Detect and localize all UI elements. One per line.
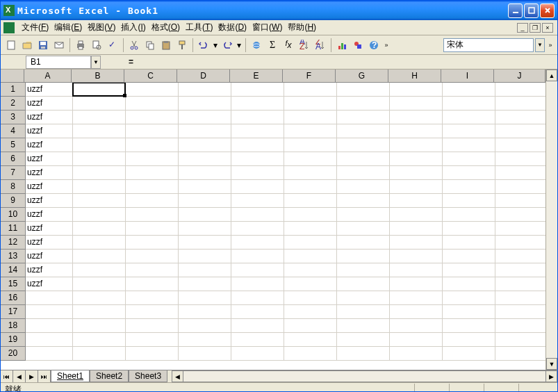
sheet-tab-sheet1[interactable]: Sheet1 (51, 370, 90, 382)
column-header-F[interactable]: F (283, 70, 336, 83)
row-header-14[interactable]: 14 (1, 263, 26, 277)
cell-G5[interactable] (337, 138, 390, 152)
cell-D1[interactable] (179, 83, 231, 97)
close-button[interactable] (540, 3, 555, 18)
cell-A15[interactable]: uzzf (26, 277, 73, 291)
cell-D17[interactable] (179, 305, 231, 319)
cell-D10[interactable] (179, 208, 231, 222)
cell-D11[interactable] (179, 222, 231, 236)
cell-A6[interactable]: uzzf (26, 152, 73, 166)
cell-D15[interactable] (179, 277, 231, 291)
cell-H17[interactable] (390, 305, 443, 319)
horizontal-scrollbar[interactable] (183, 370, 545, 382)
mdi-close-button[interactable]: × (542, 23, 553, 33)
row-header-11[interactable]: 11 (1, 222, 26, 236)
column-header-C[interactable]: C (124, 70, 177, 83)
cell-F20[interactable] (284, 347, 337, 361)
cell-E5[interactable] (231, 138, 284, 152)
new-button[interactable] (3, 38, 19, 53)
cell-F17[interactable] (284, 305, 337, 319)
mdi-minimize-button[interactable]: _ (517, 23, 528, 33)
cell-D4[interactable] (179, 124, 231, 138)
cell-J2[interactable] (495, 97, 545, 111)
cell-A4[interactable]: uzzf (26, 124, 73, 138)
cell-C4[interactable] (126, 124, 179, 138)
cell-C16[interactable] (126, 291, 179, 305)
cut-button[interactable] (126, 38, 142, 53)
cell-E16[interactable] (231, 291, 284, 305)
cell-C14[interactable] (126, 263, 179, 277)
cell-I17[interactable] (443, 305, 495, 319)
menu-d[interactable]: 数据(D) (215, 20, 249, 35)
cell-J9[interactable] (495, 194, 545, 208)
menu-o[interactable]: 格式(O) (149, 20, 183, 35)
cell-A3[interactable]: uzzf (26, 111, 73, 124)
tab-nav-last[interactable]: ⏭ (38, 370, 51, 382)
cell-D19[interactable] (179, 333, 231, 347)
cell-F7[interactable] (284, 166, 337, 180)
cell-G14[interactable] (337, 263, 390, 277)
cell-H11[interactable] (390, 222, 443, 236)
cell-F1[interactable] (284, 83, 337, 97)
maximize-button[interactable] (524, 3, 539, 18)
cell-A13[interactable]: uzzf (26, 250, 73, 263)
cell-F4[interactable] (284, 124, 337, 138)
cell-D12[interactable] (179, 236, 231, 250)
cell-B15[interactable] (73, 277, 126, 291)
row-header-1[interactable]: 1 (1, 83, 26, 97)
cell-E6[interactable] (231, 152, 284, 166)
cell-A14[interactable]: uzzf (26, 263, 73, 277)
drawing-button[interactable] (350, 38, 366, 53)
cell-A12[interactable]: uzzf (26, 236, 73, 250)
tab-nav-prev[interactable]: ◀ (13, 370, 26, 382)
undo-dropdown[interactable]: ▾ (212, 38, 219, 53)
cell-G10[interactable] (337, 208, 390, 222)
row-header-13[interactable]: 13 (1, 250, 26, 263)
cell-F8[interactable] (284, 180, 337, 194)
cell-B2[interactable] (73, 97, 126, 111)
cell-C12[interactable] (126, 236, 179, 250)
row-header-17[interactable]: 17 (1, 305, 26, 319)
cell-H15[interactable] (390, 277, 443, 291)
cell-E17[interactable] (231, 305, 284, 319)
cell-G8[interactable] (337, 180, 390, 194)
cell-E12[interactable] (231, 236, 284, 250)
cell-I9[interactable] (443, 194, 495, 208)
cell-E19[interactable] (231, 333, 284, 347)
column-header-J[interactable]: J (494, 70, 545, 83)
cell-G4[interactable] (337, 124, 390, 138)
name-box[interactable]: B1 (26, 56, 91, 69)
cell-E18[interactable] (231, 319, 284, 333)
cell-D3[interactable] (179, 111, 231, 124)
cell-C8[interactable] (126, 180, 179, 194)
row-header-3[interactable]: 3 (1, 111, 26, 124)
cell-J18[interactable] (495, 319, 545, 333)
cell-H1[interactable] (390, 83, 443, 97)
cell-C1[interactable] (126, 83, 179, 97)
scroll-down-button[interactable]: ▼ (546, 358, 557, 370)
cell-I10[interactable] (443, 208, 495, 222)
undo-button[interactable] (196, 38, 211, 53)
cell-D8[interactable] (179, 180, 231, 194)
column-header-I[interactable]: I (441, 70, 494, 83)
menu-t[interactable]: 工具(T) (183, 20, 215, 35)
cell-I19[interactable] (443, 333, 495, 347)
print-button[interactable] (73, 38, 88, 53)
cell-I20[interactable] (443, 347, 495, 361)
cell-B10[interactable] (73, 208, 126, 222)
formatting-options[interactable]: » (546, 38, 555, 53)
column-header-B[interactable]: B (72, 70, 124, 83)
cell-G2[interactable] (337, 97, 390, 111)
column-header-G[interactable]: G (336, 70, 388, 83)
cell-J11[interactable] (495, 222, 545, 236)
hyperlink-button[interactable] (249, 38, 264, 53)
cell-B11[interactable] (73, 222, 126, 236)
cell-H19[interactable] (390, 333, 443, 347)
cell-D16[interactable] (179, 291, 231, 305)
cell-H9[interactable] (390, 194, 443, 208)
cell-J1[interactable] (495, 83, 545, 97)
tab-nav-first[interactable]: ⏮ (1, 370, 13, 382)
cell-H7[interactable] (390, 166, 443, 180)
row-header-7[interactable]: 7 (1, 166, 26, 180)
cell-B17[interactable] (73, 305, 126, 319)
